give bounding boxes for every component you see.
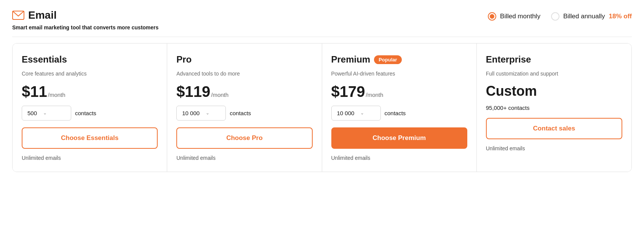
billing-monthly-label: Billed monthly (500, 13, 540, 20)
plan-price-essentials: $11/month (22, 83, 158, 100)
contacts-label-pro: contacts (230, 110, 251, 116)
contacts-select-essentials[interactable]: 500⌄ (22, 106, 71, 121)
plan-price-pro: $119/month (176, 83, 312, 100)
plan-card-essentials: EssentialsCore features and analytics$11… (13, 43, 167, 172)
contacts-select-pro[interactable]: 10 000⌄ (176, 106, 226, 121)
unlimited-label-pro: Unlimited emails (176, 155, 312, 161)
billing-monthly-option[interactable]: Billed monthly (488, 12, 540, 21)
billing-annually-option[interactable]: Billed annually 18% off (551, 12, 632, 21)
unlimited-label-premium: Unlimited emails (331, 155, 467, 161)
plan-price-period-essentials: /month (48, 92, 66, 98)
contacts-text-enterprise: 95,000+ contacts (486, 105, 530, 111)
plan-name-row-pro: Pro (176, 54, 312, 65)
plan-name-enterprise: Enterprise (486, 54, 531, 65)
brand-title: Email (12, 9, 158, 21)
contacts-chevron-pro: ⌄ (206, 110, 209, 116)
unlimited-label-essentials: Unlimited emails (22, 155, 158, 161)
plan-card-pro: ProAdvanced tools to do more$119/month10… (167, 43, 322, 172)
plan-price-amount-premium: $179 (331, 83, 365, 100)
billing-toggle: Billed monthly Billed annually 18% off (488, 12, 632, 21)
billing-annually-radio[interactable] (551, 12, 559, 21)
popular-badge-premium: Popular (374, 55, 401, 64)
plan-price-period-pro: /month (211, 92, 229, 98)
contacts-value-premium: 10 000 (337, 110, 355, 116)
contacts-row-enterprise: 95,000+ contacts (486, 105, 622, 111)
plan-price-premium: $179/month (331, 83, 467, 100)
contacts-chevron-essentials: ⌄ (43, 110, 47, 116)
billing-annually-discount: 18% off (609, 13, 632, 20)
plan-desc-enterprise: Full customization and support (486, 70, 622, 78)
choose-button-enterprise[interactable]: Contact sales (486, 118, 622, 139)
plans-grid: EssentialsCore features and analytics$11… (12, 43, 632, 172)
header-divider (12, 37, 632, 37)
billing-annually-label: Billed annually (563, 13, 605, 20)
contacts-value-essentials: 500 (27, 110, 37, 116)
contacts-row-pro: 10 000⌄contacts (176, 106, 312, 121)
choose-button-premium[interactable]: Choose Premium (331, 127, 467, 149)
contacts-label-essentials: contacts (75, 110, 96, 116)
unlimited-label-enterprise: Unlimited emails (486, 145, 622, 151)
plan-name-premium: Premium (331, 54, 371, 65)
choose-button-essentials[interactable]: Choose Essentials (22, 127, 158, 149)
plan-price-custom-enterprise: Custom (486, 83, 537, 99)
plan-desc-pro: Advanced tools to do more (176, 70, 312, 78)
radio-inner-dot (490, 14, 494, 19)
contacts-row-premium: 10 000⌄contacts (331, 106, 467, 121)
plan-card-premium: PremiumPopularPowerful AI-driven feature… (322, 43, 477, 172)
contacts-row-essentials: 500⌄contacts (22, 106, 158, 121)
plan-desc-essentials: Core features and analytics (22, 70, 158, 78)
plan-price-amount-essentials: $11 (22, 83, 47, 100)
contacts-chevron-premium: ⌄ (360, 110, 364, 116)
contacts-value-pro: 10 000 (182, 110, 200, 116)
contacts-select-premium[interactable]: 10 000⌄ (331, 106, 381, 121)
brand-title-text: Email (28, 9, 57, 21)
plan-card-enterprise: EnterpriseFull customization and support… (477, 43, 631, 172)
page-header: Email Smart email marketing tool that co… (12, 9, 632, 31)
plan-name-pro: Pro (176, 54, 192, 65)
subtitle: Smart email marketing tool that converts… (12, 24, 158, 31)
plan-desc-premium: Powerful AI-driven features (331, 70, 467, 78)
contacts-label-premium: contacts (385, 110, 406, 116)
brand-section: Email Smart email marketing tool that co… (12, 9, 158, 31)
plan-price-period-premium: /month (366, 92, 383, 98)
plan-name-essentials: Essentials (22, 54, 67, 65)
plan-price-enterprise: Custom (486, 83, 622, 99)
plan-price-amount-pro: $119 (176, 83, 210, 100)
billing-monthly-radio[interactable] (488, 12, 496, 21)
plan-name-row-essentials: Essentials (22, 54, 158, 65)
choose-button-pro[interactable]: Choose Pro (176, 127, 312, 149)
plan-name-row-enterprise: Enterprise (486, 54, 622, 65)
plan-name-row-premium: PremiumPopular (331, 54, 467, 65)
email-envelope-icon (12, 11, 24, 20)
